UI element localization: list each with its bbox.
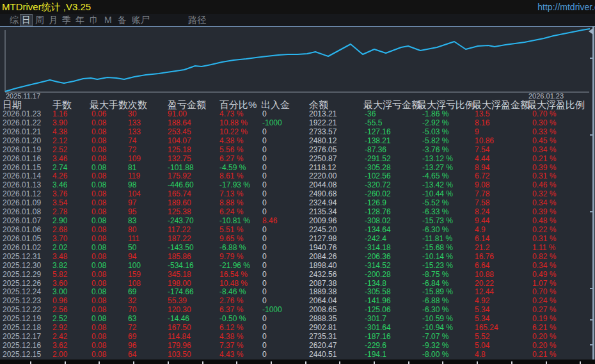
table-row[interactable]: 2026.01.062.680.0880117.225.51 %02245.20… <box>0 226 595 235</box>
cell-inout: 0 <box>262 253 307 262</box>
cell-percent: -17.93 % <box>219 181 260 190</box>
table-row[interactable]: 2025.12.303.820.08100-534.16-21.96 %0189… <box>0 262 595 271</box>
table-row[interactable]: 2026.01.152.740.0881-101.88-4.59 %02118.… <box>0 164 595 173</box>
cell-max-lots: 0.08 <box>91 315 127 324</box>
menu-item-4[interactable]: 月 <box>47 15 59 26</box>
cell-lots: 5.82 <box>52 271 88 280</box>
scrollbar-arrow-icon[interactable] <box>589 28 593 35</box>
cell-max-float-profit-pct: 0.48 % <box>532 217 592 226</box>
cell-max-float-profit: 13.5 <box>475 110 530 119</box>
cell-date: 2025.12.31 <box>3 253 51 262</box>
cell-max-float-profit: 5.52 <box>475 333 530 342</box>
table-row[interactable]: 2026.01.231.160.063091.004.73 %02013.21-… <box>0 110 595 119</box>
table-row[interactable]: 2026.01.163.460.08109132.756.27 %02250.8… <box>0 155 595 164</box>
cell-count: 72 <box>128 324 165 333</box>
cell-date: 2025.12.22 <box>3 306 51 315</box>
cell-max-float-loss-pct: -6.33 % <box>422 208 472 217</box>
cell-max-float-loss-pct: -8.75 % <box>422 271 472 280</box>
cell-max-float-profit: 5.34 <box>475 306 530 315</box>
table-row[interactable]: 2025.12.313.480.0894185.869.79 %02084.26… <box>0 253 595 262</box>
table-row[interactable]: 2026.01.082.780.0895125.386.24 %02135.34… <box>0 208 595 217</box>
cell-balance: 2064.04 <box>309 297 363 306</box>
menu-item-6[interactable]: 年 <box>74 15 86 26</box>
cell-max-lots: 0.08 <box>91 137 127 146</box>
table-row[interactable]: 2026.01.022.020.0850-143.50-6.88 %01940.… <box>0 244 595 253</box>
menu-item-10[interactable]: 账尸 <box>131 15 151 26</box>
table-row[interactable]: 2026.01.053.700.08111187.229.65 %02127.9… <box>0 235 595 244</box>
cell-balance: 2245.20 <box>309 226 363 235</box>
menu-item-11[interactable]: 路径 <box>187 15 207 26</box>
cell-max-float-profit: 9 <box>475 128 530 137</box>
cell-max-float-loss-pct: -8.00 % <box>422 351 472 360</box>
cell-max-float-profit: 4.44 <box>475 155 530 164</box>
cell-balance: 2733.57 <box>309 128 363 137</box>
table-row[interactable]: 2025.12.263.600.08108198.0010.48 %02087.… <box>0 280 595 289</box>
cell-pnl: 132.75 <box>168 155 218 164</box>
menu-item-1[interactable]: 综 <box>8 15 20 26</box>
website-link[interactable]: http://mtdriver.c <box>537 2 595 12</box>
cell-max-float-profit: 8.24 <box>475 208 530 217</box>
cell-pnl: -174.66 <box>168 288 218 297</box>
table-row[interactable]: 2025.12.192.520.0863-14.46-0.50 %02888.3… <box>0 315 595 324</box>
menu-item-9[interactable]: 备 <box>116 15 128 26</box>
vertical-scrollbar[interactable] <box>592 26 594 364</box>
table-row[interactable]: 2026.01.072.900.0883-243.70-10.81 %8.462… <box>0 217 595 226</box>
cell-count: 63 <box>128 315 165 324</box>
table-row[interactable]: 2026.01.123.760.08104165.747.13 %02490.6… <box>0 190 595 199</box>
cell-date: 2026.01.16 <box>3 155 51 164</box>
table-row[interactable]: 2025.12.295.820.08159345.1816.54 %02432.… <box>0 271 595 280</box>
cell-balance: 2440.51 <box>309 351 363 360</box>
cell-percent: 5.56 % <box>219 146 260 155</box>
cell-inout: 0 <box>262 333 307 342</box>
cell-inout: 8.46 <box>262 217 307 226</box>
cell-max-lots: 0.08 <box>91 155 127 164</box>
table-row[interactable]: 2026.01.202.120.0874104.074.38 %02480.12… <box>0 137 595 146</box>
table-row[interactable]: 2025.12.172.420.0869114.844.38 %02735.31… <box>0 333 595 342</box>
cell-percent: 10.88 % <box>219 119 260 128</box>
cell-lots: 2.78 <box>52 208 88 217</box>
table-row[interactable]: 2025.12.230.960.083255.392.76 %02064.04-… <box>0 297 595 306</box>
cell-balance: 2084.26 <box>309 253 363 262</box>
cell-pnl: 104.07 <box>168 137 218 146</box>
cell-max-float-profit-pct: 0.19 % <box>532 315 592 324</box>
grid-divider <box>271 361 272 364</box>
cell-percent: 5.51 % <box>219 226 260 235</box>
cell-count: 30 <box>128 110 165 119</box>
cell-max-float-profit-pct: 1.07 % <box>532 280 592 289</box>
cell-max-float-loss: -301.7 <box>365 315 420 324</box>
cell-balance: 1922.21 <box>309 119 363 128</box>
cell-max-float-profit: 10.88 <box>475 271 530 280</box>
grid-divider <box>30 361 31 364</box>
cell-count: 74 <box>128 137 165 146</box>
cell-count: 83 <box>128 217 165 226</box>
cell-pnl: 198.00 <box>168 280 218 289</box>
grid-divider <box>580 361 581 364</box>
table-row[interactable]: 2026.01.214.380.08133253.4510.22 %02733.… <box>0 128 595 137</box>
table-row[interactable]: 2026.01.133.460.0898-446.60-17.93 %02044… <box>0 181 595 190</box>
menu-item-2[interactable]: 日 <box>20 15 32 26</box>
cell-pnl: 253.45 <box>168 128 218 137</box>
cell-max-float-profit-pct: 0.31 % <box>532 172 592 181</box>
cell-max-float-loss-pct: -9.32 % <box>422 342 472 351</box>
table-row[interactable]: 2025.12.243.000.0869-174.66-8.46 %01889.… <box>0 288 595 297</box>
menu-item-5[interactable]: 季 <box>61 15 72 26</box>
cell-max-lots: 0.08 <box>91 181 127 190</box>
table-row[interactable]: 2025.12.222.560.0870120.306.37 %-1000200… <box>0 306 595 315</box>
table-row[interactable]: 2026.01.093.540.0897189.608.88 %02324.94… <box>0 199 595 208</box>
table-row[interactable]: 2025.12.182.920.0872167.506.12 %02902.81… <box>0 324 595 333</box>
cell-balance: 2127.98 <box>309 235 363 244</box>
table-row[interactable]: 2026.01.192.520.0872125.185.56 %02376.05… <box>0 146 595 155</box>
cell-date: 2026.01.02 <box>3 244 51 253</box>
cell-inout: 0 <box>262 280 307 289</box>
scrollbar-tick <box>590 344 592 345</box>
table-row[interactable]: 2026.01.223.900.08133188.6410.88 %-10001… <box>0 119 595 128</box>
cell-max-float-loss-pct: -2.92 % <box>422 119 472 128</box>
table-row[interactable]: 2025.12.163.620.0896179.967.37 %02620.47… <box>0 342 595 351</box>
table-row[interactable]: 2026.01.144.260.08119175.928.61 %02220.0… <box>0 172 595 181</box>
cell-max-float-loss: -305.58 <box>365 288 420 297</box>
menu-item-8[interactable]: M <box>103 15 113 26</box>
menu-item-3[interactable]: 周 <box>34 15 45 26</box>
grid-divider <box>442 361 443 364</box>
menu-item-7[interactable]: 巾 <box>88 15 100 26</box>
table-row[interactable]: 2025.12.152.000.0864103.504.43 %02440.51… <box>0 351 595 360</box>
